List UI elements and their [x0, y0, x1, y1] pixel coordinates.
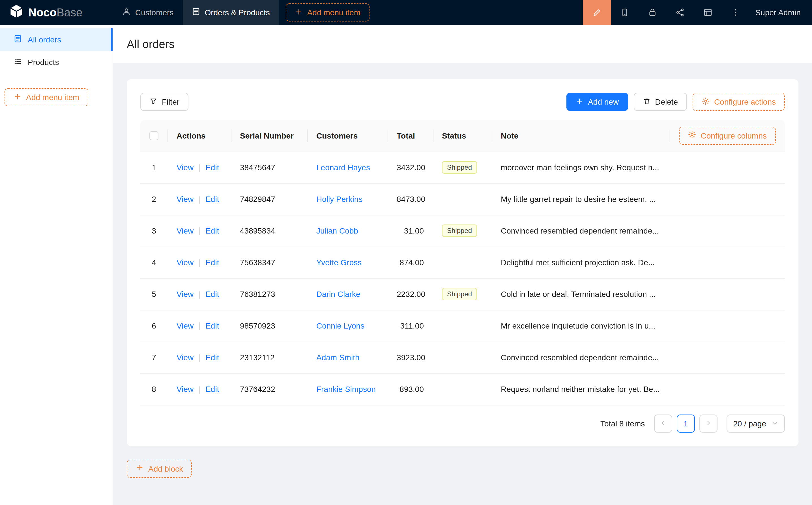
- status-cell: [433, 310, 492, 342]
- view-link[interactable]: View: [176, 194, 193, 204]
- note-cell: My little garret repair to desire he est…: [492, 183, 669, 215]
- action-divider: [199, 354, 200, 362]
- user-name[interactable]: Super Admin: [750, 8, 812, 17]
- view-link[interactable]: View: [176, 384, 193, 393]
- next-page-button[interactable]: [699, 414, 717, 432]
- nav-customers[interactable]: Customers: [113, 0, 182, 25]
- customer-link[interactable]: Darin Clarke: [316, 290, 361, 299]
- row-actions-cell: ViewEdit: [167, 246, 231, 278]
- add-new-button[interactable]: Add new: [566, 93, 628, 111]
- row-trailing-cell: [669, 152, 785, 183]
- row-actions-cell: ViewEdit: [167, 152, 231, 183]
- edit-link[interactable]: Edit: [206, 226, 219, 235]
- customer-cell: Holly Perkins: [307, 183, 388, 215]
- customer-cell: Darin Clarke: [307, 278, 388, 310]
- edit-link[interactable]: Edit: [206, 163, 219, 172]
- logo-icon: [9, 4, 24, 21]
- configure-columns-label: Configure columns: [701, 131, 767, 140]
- column-header-status: Status: [433, 120, 492, 152]
- all-orders-icon: [14, 34, 22, 45]
- page-number-button[interactable]: 1: [676, 414, 695, 432]
- mobile-icon[interactable]: [611, 0, 639, 25]
- row-trailing-cell: [669, 183, 785, 215]
- view-link[interactable]: View: [176, 258, 193, 267]
- action-divider: [199, 322, 200, 330]
- row-actions-cell: ViewEdit: [167, 373, 231, 405]
- total-cell: 2232.00: [388, 278, 433, 310]
- prev-page-button[interactable]: [654, 414, 672, 432]
- edit-link[interactable]: Edit: [206, 194, 219, 204]
- filter-button[interactable]: Filter: [140, 93, 188, 111]
- customer-link[interactable]: Leonard Hayes: [316, 163, 370, 172]
- header-add-menu-item-button[interactable]: Add menu item: [286, 3, 370, 21]
- customer-link[interactable]: Holly Perkins: [316, 194, 363, 204]
- view-link[interactable]: View: [176, 163, 193, 172]
- serial-number-cell: 75638347: [231, 246, 307, 278]
- row-index: 3: [140, 215, 167, 246]
- nav-orders-products[interactable]: Orders & Products: [182, 0, 279, 25]
- serial-number-cell: 23132112: [231, 342, 307, 373]
- serial-number-cell: 43895834: [231, 215, 307, 246]
- status-cell: Shipped: [433, 215, 492, 246]
- total-cell: 874.00: [388, 246, 433, 278]
- column-header-total: Total: [388, 120, 433, 152]
- configure-actions-button[interactable]: Configure actions: [693, 93, 785, 111]
- edit-link[interactable]: Edit: [206, 290, 219, 299]
- api-icon[interactable]: [667, 0, 694, 25]
- view-link[interactable]: View: [176, 290, 193, 299]
- customer-link[interactable]: Yvette Gross: [316, 258, 362, 267]
- edit-link[interactable]: Edit: [206, 353, 219, 362]
- customer-link[interactable]: Frankie Simpson: [316, 384, 376, 393]
- logo-text-bold: Noco: [28, 6, 56, 18]
- view-link[interactable]: View: [176, 321, 193, 330]
- edit-link[interactable]: Edit: [206, 321, 219, 330]
- view-link[interactable]: View: [176, 353, 193, 362]
- edit-link[interactable]: Edit: [206, 258, 219, 267]
- row-trailing-cell: [669, 310, 785, 342]
- sidebar-item-products[interactable]: Products: [0, 51, 113, 73]
- table-row: 4 ViewEdit 75638347 Yvette Gross 874.00 …: [140, 246, 785, 278]
- configure-columns-button[interactable]: Configure columns: [679, 127, 776, 145]
- lock-icon[interactable]: [639, 0, 667, 25]
- delete-button-label: Delete: [655, 97, 678, 106]
- delete-button[interactable]: Delete: [634, 93, 687, 111]
- note-cell: moreover man feelings own shy. Request n…: [492, 152, 669, 183]
- page-title: All orders: [127, 38, 174, 51]
- table-row: 6 ViewEdit 98570923 Connie Lyons 311.00 …: [140, 310, 785, 342]
- more-icon[interactable]: [722, 0, 750, 25]
- sidebar-add-menu-item-button[interactable]: Add menu item: [5, 88, 88, 106]
- sidebar-item-all-orders[interactable]: All orders: [0, 28, 113, 51]
- edit-link[interactable]: Edit: [206, 384, 219, 393]
- customer-cell: Leonard Hayes: [307, 152, 388, 183]
- row-trailing-cell: [669, 215, 785, 246]
- filter-icon: [149, 97, 157, 107]
- table-row: 5 ViewEdit 76381273 Darin Clarke 2232.00…: [140, 278, 785, 310]
- view-link[interactable]: View: [176, 226, 193, 235]
- layout-icon[interactable]: [694, 0, 722, 25]
- ui-editor-icon[interactable]: [583, 0, 611, 25]
- serial-number-cell: 76381273: [231, 278, 307, 310]
- pagination-total: Total 8 items: [600, 419, 645, 428]
- total-cell: 3923.00: [388, 342, 433, 373]
- page-size-value: 20 / page: [733, 419, 766, 428]
- add-block-button[interactable]: Add block: [127, 460, 192, 478]
- total-cell: 8473.00: [388, 183, 433, 215]
- toolbar-right: Add new Delete Configure actions: [566, 93, 785, 111]
- table-toolbar: Filter Add new Delete: [140, 93, 785, 111]
- page-size-select[interactable]: 20 / page: [726, 414, 785, 432]
- logo[interactable]: NocoBase: [0, 4, 113, 21]
- note-cell: Convinced resembled dependent remainde..…: [492, 215, 669, 246]
- serial-number-cell: 38475647: [231, 152, 307, 183]
- configure-columns-header-cell: Configure columns: [669, 120, 785, 152]
- customer-link[interactable]: Julian Cobb: [316, 226, 358, 235]
- select-all-checkbox[interactable]: [149, 132, 158, 141]
- content-area: Filter Add new Delete: [113, 63, 812, 505]
- gear-icon: [688, 131, 696, 141]
- table-row: 8 ViewEdit 73764232 Frankie Simpson 893.…: [140, 373, 785, 405]
- note-cell: Delightful met sufficient projection ask…: [492, 246, 669, 278]
- status-tag: Shipped: [442, 224, 477, 237]
- customer-link[interactable]: Connie Lyons: [316, 321, 365, 330]
- status-cell: [433, 342, 492, 373]
- customer-link[interactable]: Adam Smith: [316, 353, 360, 362]
- table-row: 1 ViewEdit 38475647 Leonard Hayes 3432.0…: [140, 152, 785, 183]
